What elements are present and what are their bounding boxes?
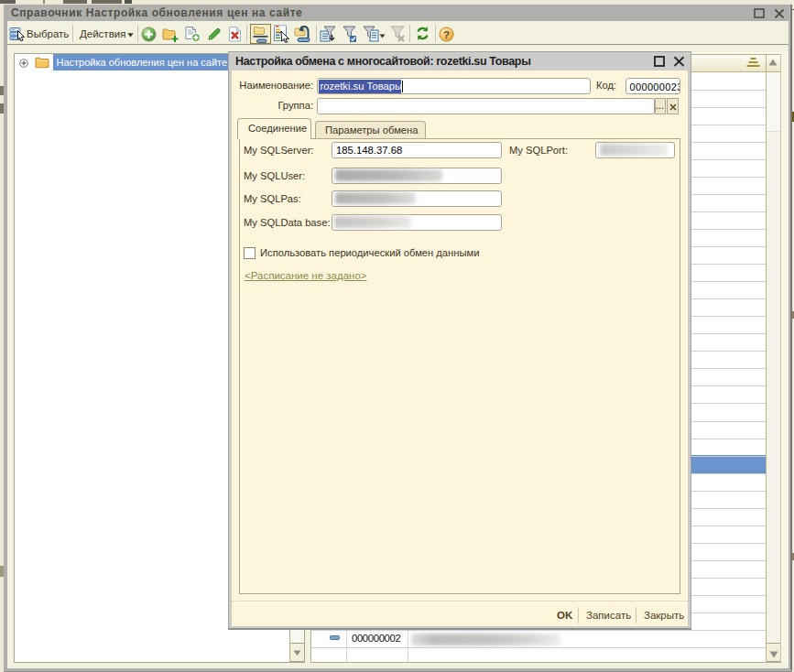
svg-text:?: ? (443, 29, 450, 40)
